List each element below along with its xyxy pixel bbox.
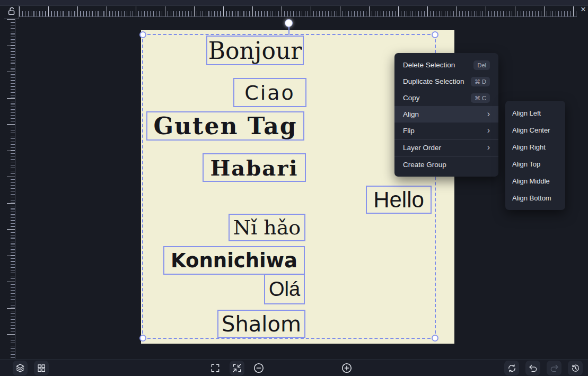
text-element-ciao[interactable]: Ciao [233, 78, 306, 107]
submenu-item-label: Align Left [512, 109, 541, 117]
align-submenu: Align Left Align Center Align Right Alig… [505, 101, 565, 210]
refresh-button[interactable] [504, 361, 519, 375]
vertical-ruler [4, 19, 15, 359]
shortcut-badge: ⌘ C [471, 93, 490, 103]
shortcut-badge: Del [473, 60, 490, 70]
menu-item-duplicate-selection[interactable]: Duplicate Selection ⌘ D [394, 73, 498, 90]
submenu-item-align-center[interactable]: Align Center [505, 121, 565, 138]
menu-item-delete-selection[interactable]: Delete Selection Del [394, 57, 498, 73]
fullscreen-button[interactable] [208, 361, 223, 375]
submenu-item-label: Align Top [512, 160, 540, 168]
horizontal-ruler [19, 5, 577, 17]
menu-item-create-group[interactable]: Create Group [394, 156, 498, 173]
chevron-right-icon: › [487, 126, 490, 135]
fit-to-screen-icon [232, 363, 242, 373]
bottom-toolbar: 49% [0, 359, 588, 376]
context-menu: Delete Selection Del Duplicate Selection… [394, 53, 498, 177]
submenu-item-align-left[interactable]: Align Left [505, 104, 565, 121]
submenu-item-align-right[interactable]: Align Right [505, 138, 565, 155]
resize-handle-top-left[interactable] [139, 31, 146, 38]
menu-item-label: Align [403, 110, 419, 118]
resize-handle-bottom-left[interactable] [139, 335, 146, 342]
redo-button[interactable] [547, 361, 561, 375]
design-editor-window: × Bonjour Ciao Guten Tag Habari Hello Nǐ… [0, 0, 588, 376]
text-element-konnichiwa[interactable]: Konnichiwa [163, 246, 305, 275]
text-element-habari[interactable]: Habari [203, 153, 306, 182]
submenu-item-label: Align Bottom [512, 194, 551, 202]
resize-handle-top-right[interactable] [432, 31, 438, 38]
refresh-icon [507, 363, 517, 373]
layers-icon [15, 363, 25, 373]
text-element-bonjour[interactable]: Bonjour [206, 36, 304, 65]
menu-item-label: Delete Selection [403, 61, 455, 69]
fullscreen-icon [210, 363, 221, 373]
text-element-guten-tag[interactable]: Guten Tag [146, 111, 304, 141]
menu-item-label: Layer Order [403, 144, 441, 152]
redo-icon [549, 363, 559, 373]
text-element-hello[interactable]: Hello [366, 186, 432, 214]
menu-item-flip[interactable]: Flip › [394, 123, 498, 139]
menu-item-copy[interactable]: Copy ⌘ C [394, 90, 498, 106]
menu-item-label: Flip [403, 127, 415, 135]
zoom-out-button[interactable] [251, 361, 266, 375]
history-icon [571, 363, 581, 373]
text-element-shalom[interactable]: Shalom [217, 310, 305, 338]
undo-icon [528, 363, 538, 373]
submenu-item-align-middle[interactable]: Align Middle [505, 172, 565, 189]
layers-button[interactable] [13, 361, 28, 375]
pages-grid-button[interactable] [34, 361, 49, 375]
rotation-handle[interactable] [285, 19, 293, 27]
menu-item-layer-order[interactable]: Layer Order › [394, 139, 498, 156]
text-element-ola[interactable]: Olá [264, 274, 305, 304]
menu-item-label: Create Group [403, 161, 446, 169]
menu-item-align[interactable]: Align › [394, 106, 498, 123]
close-icon[interactable]: × [578, 4, 588, 15]
resize-handle-bottom-right[interactable] [432, 335, 438, 342]
zoom-in-icon [341, 362, 353, 374]
chevron-right-icon: › [487, 110, 490, 118]
chevron-right-icon: › [487, 143, 490, 152]
menu-item-label: Duplicate Selection [403, 77, 464, 85]
menu-item-label: Copy [403, 94, 420, 102]
fit-to-screen-button[interactable] [230, 361, 244, 375]
submenu-item-align-bottom[interactable]: Align Bottom [505, 189, 565, 206]
submenu-item-label: Align Center [512, 126, 550, 134]
grid-icon [37, 363, 46, 373]
undo-button[interactable] [525, 361, 540, 375]
history-button[interactable] [568, 361, 583, 375]
submenu-item-label: Align Right [512, 143, 546, 151]
unlock-icon[interactable] [6, 5, 17, 19]
text-element-ni-hao[interactable]: Nǐ hǎo [229, 214, 305, 241]
submenu-item-label: Align Middle [512, 177, 550, 185]
shortcut-badge: ⌘ D [471, 77, 490, 86]
zoom-in-button[interactable] [339, 361, 354, 375]
ruler-corner [4, 5, 19, 19]
zoom-out-icon [253, 362, 265, 374]
submenu-item-align-top[interactable]: Align Top [505, 155, 565, 172]
